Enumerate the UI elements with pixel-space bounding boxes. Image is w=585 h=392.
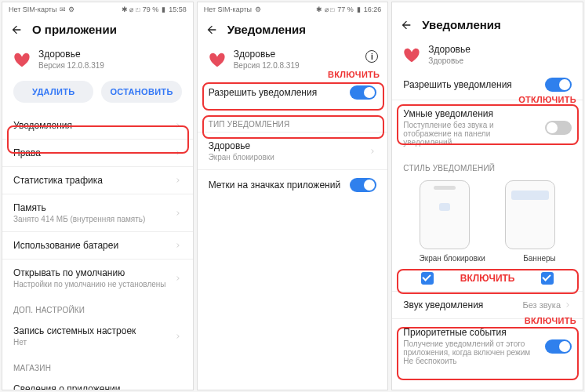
app-icon bbox=[403, 47, 420, 63]
preview-lockscreen[interactable] bbox=[420, 180, 470, 249]
stop-button[interactable]: ОСТАНОВИТЬ bbox=[101, 81, 181, 103]
info-icon[interactable]: i bbox=[365, 50, 378, 63]
row-app-details[interactable]: Сведения о приложенииУстановлено из: Pla… bbox=[2, 376, 193, 390]
row-notifications[interactable]: Уведомления bbox=[2, 112, 193, 139]
chevron-right-icon bbox=[174, 176, 182, 184]
label-enable-sound: ВКЛЮЧИТЬ bbox=[525, 316, 576, 325]
toggle-allow[interactable] bbox=[545, 78, 572, 92]
app-icon bbox=[13, 52, 31, 67]
toggle-smart[interactable] bbox=[545, 121, 572, 135]
phone-2-notifications: Нет SIM-карты⚙ ✱ ⌀ ⏍77 %▮16:26 Уведомлен… bbox=[197, 2, 389, 390]
style-label-banner: Баннеры bbox=[523, 254, 555, 263]
row-syslog[interactable]: Запись системных настроекНет bbox=[2, 318, 193, 354]
back-icon[interactable] bbox=[205, 24, 218, 36]
row-badges[interactable]: Метки на значках приложений bbox=[198, 169, 388, 200]
chevron-right-icon bbox=[174, 122, 182, 129]
sound-value: Без звука bbox=[523, 300, 561, 310]
header: О приложении bbox=[2, 16, 193, 42]
phone-3-channel: Уведомления Здоровье Здоровье Разрешить … bbox=[391, 2, 583, 390]
style-label-lock: Экран блокировки bbox=[420, 254, 485, 263]
chevron-right-icon bbox=[174, 274, 182, 282]
clock: 16:26 bbox=[364, 5, 382, 13]
app-header-row: Здоровье Здоровье bbox=[392, 38, 583, 70]
sim-status: Нет SIM-карты bbox=[9, 5, 56, 13]
chevron-right-icon bbox=[369, 147, 376, 155]
checkbox-lock[interactable] bbox=[421, 272, 434, 285]
label-enable: ВКЛЮЧИТЬ bbox=[460, 273, 515, 284]
delete-button[interactable]: УДАЛИТЬ bbox=[13, 81, 93, 103]
preview-banners[interactable] bbox=[505, 180, 555, 249]
row-health-channel[interactable]: ЗдоровьеЭкран блокировки bbox=[198, 132, 388, 169]
checkbox-banner[interactable] bbox=[541, 272, 554, 285]
clock: 15:58 bbox=[169, 5, 187, 13]
chevron-right-icon bbox=[174, 241, 182, 249]
row-sound[interactable]: Звук уведомления Без звука bbox=[392, 291, 583, 318]
chevron-right-icon bbox=[174, 209, 182, 217]
app-version: Версия 12.0.8.319 bbox=[38, 61, 104, 70]
channel-sub: Здоровье bbox=[428, 56, 471, 65]
status-bar: Нет SIM-карты⚙ ✱ ⌀ ⏍77 %▮16:26 bbox=[198, 2, 388, 16]
page-title: Уведомления bbox=[227, 23, 306, 36]
toggle-badges[interactable] bbox=[350, 178, 376, 192]
row-smart-notifications[interactable]: Умные уведомленияПоступление без звука и… bbox=[392, 100, 583, 154]
chevron-right-icon bbox=[564, 301, 572, 309]
app-icon bbox=[209, 52, 226, 67]
checks-row: ВКЛЮЧИТЬ bbox=[392, 266, 583, 291]
battery-pct: 77 % bbox=[337, 5, 354, 13]
page-title: Уведомления bbox=[422, 18, 500, 31]
chevron-right-icon bbox=[174, 149, 182, 157]
section-type: ТИП УВЕДОМЛЕНИЯ bbox=[198, 107, 388, 132]
back-icon[interactable] bbox=[400, 19, 412, 31]
status-bar: Нет SIM-карты✉ ⚙ ✱ ⌀ ⏍79 %▮15:58 bbox=[2, 2, 193, 16]
chevron-right-icon bbox=[174, 332, 182, 340]
section-extra: ДОП. НАСТРОЙКИ bbox=[2, 296, 193, 318]
page-title: О приложении bbox=[32, 23, 117, 36]
app-name: Здоровье bbox=[234, 49, 300, 60]
row-permissions[interactable]: Права bbox=[2, 139, 193, 166]
row-allow-notifications[interactable]: Разрешить уведомления bbox=[198, 78, 388, 107]
status-bar bbox=[392, 2, 583, 12]
row-traffic[interactable]: Статистика трафика bbox=[2, 166, 193, 194]
toggle-priority[interactable] bbox=[545, 339, 572, 354]
toggle-allow[interactable] bbox=[350, 85, 376, 100]
header: Уведомления bbox=[198, 16, 388, 42]
app-header-row: Здоровье Версия 12.0.8.319 bbox=[2, 42, 193, 78]
row-default-open[interactable]: Открывать по умолчаниюНастройки по умолч… bbox=[2, 259, 193, 296]
label-disable: ОТКЛЮЧИТЬ bbox=[518, 95, 576, 104]
section-store: МАГАЗИН bbox=[2, 354, 193, 376]
back-icon[interactable] bbox=[10, 24, 23, 36]
row-priority[interactable]: Приоритетные событияПолучение уведомлени… bbox=[392, 318, 583, 373]
sim-status: Нет SIM-карты bbox=[204, 5, 252, 13]
app-version: Версия 12.0.8.319 bbox=[234, 61, 300, 70]
battery-pct: 79 % bbox=[143, 5, 159, 13]
label-enable: ВКЛЮЧИТЬ bbox=[328, 70, 380, 79]
section-style: СТИЛЬ УВЕДОМЛЕНИЙ bbox=[392, 154, 583, 176]
header: Уведомления bbox=[392, 12, 583, 38]
app-name: Здоровье bbox=[428, 44, 471, 55]
row-battery[interactable]: Использование батареи bbox=[2, 231, 193, 259]
style-preview-row bbox=[392, 176, 583, 254]
phone-1-app-info: Нет SIM-карты✉ ⚙ ✱ ⌀ ⏍79 %▮15:58 О прило… bbox=[2, 2, 194, 390]
row-memory[interactable]: ПамятьЗанято 414 МБ (внутренняя память) bbox=[2, 194, 193, 231]
app-name: Здоровье bbox=[38, 49, 104, 60]
